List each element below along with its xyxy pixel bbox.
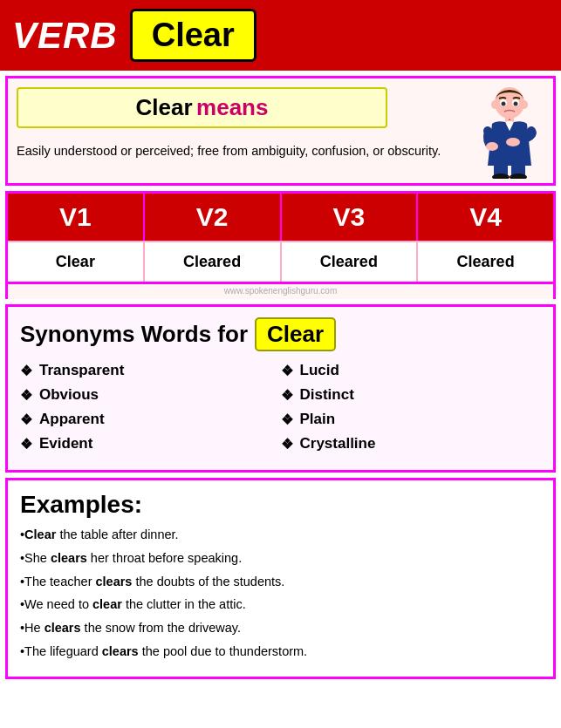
verb-label: VERB (12, 15, 118, 57)
v1-value: Clear (8, 241, 145, 282)
synonyms-grid: ❖ Transparent ❖ Obvious ❖ Apparent ❖ Evi… (20, 362, 541, 459)
synonym-label: Apparent (39, 411, 105, 428)
synonyms-col-left: ❖ Transparent ❖ Obvious ❖ Apparent ❖ Evi… (20, 362, 281, 459)
verb-forms-table: V1 V2 V3 V4 Clear Cleared Cleared Cleare… (5, 191, 556, 284)
svg-point-8 (506, 138, 520, 146)
synonym-label: Lucid (300, 362, 339, 379)
example-item-2: •The teacher clears the doubts of the st… (20, 573, 541, 592)
means-section: Clear means Easily understood or perceiv… (5, 76, 556, 186)
diamond-icon: ❖ (281, 436, 293, 452)
svg-point-5 (502, 102, 506, 106)
synonyms-title-text: Synonyms Words for (20, 321, 248, 348)
v2-header: V2 (145, 194, 282, 241)
synonym-label: Obvious (39, 386, 99, 404)
example-item-0: •Clear the table after dinner. (20, 526, 541, 545)
header: VERB Clear (0, 0, 561, 71)
example-item-3: •We need to clear the clutter in the att… (20, 595, 541, 615)
v4-value: Cleared (418, 241, 553, 282)
svg-point-2 (521, 100, 528, 109)
synonyms-title: Synonyms Words for Clear (20, 317, 541, 351)
synonym-item: ❖ Apparent (20, 411, 281, 428)
synonym-label: Transparent (39, 362, 124, 379)
synonym-item: ❖ Evident (20, 435, 281, 452)
synonyms-section: Synonyms Words for Clear ❖ Transparent ❖… (5, 304, 556, 473)
v1-header: V1 (8, 194, 145, 241)
watermark: www.spokenenglishguru.com (5, 284, 556, 299)
verb-table-row: Clear Cleared Cleared Cleared (8, 241, 553, 282)
v4-header: V4 (418, 194, 553, 241)
synonym-item: ❖ Plain (281, 411, 542, 428)
v3-header: V3 (282, 194, 419, 241)
examples-section: Examples: •Clear the table after dinner.… (5, 478, 556, 679)
synonym-label: Evident (39, 435, 92, 452)
v2-value: Cleared (145, 241, 282, 282)
svg-point-6 (514, 102, 518, 106)
synonym-item: ❖ Lucid (281, 362, 542, 379)
example-item-4: •He clears the snow from the driveway. (20, 619, 541, 638)
diamond-icon: ❖ (20, 387, 32, 404)
header-word: Clear (130, 9, 257, 62)
v3-value: Cleared (282, 241, 419, 282)
example-bold: clears (51, 551, 87, 565)
example-bold: clear (92, 597, 122, 611)
means-title-box: Clear means (17, 87, 387, 128)
verb-table-header: V1 V2 V3 V4 (8, 194, 553, 241)
synonym-label: Distinct (300, 386, 354, 404)
synonym-label: Crystalline (300, 435, 376, 452)
diamond-icon: ❖ (20, 363, 32, 379)
synonym-item: ❖ Obvious (20, 386, 281, 404)
synonyms-highlight: Clear (255, 317, 336, 351)
diamond-icon: ❖ (281, 363, 293, 379)
synonym-item: ❖ Crystalline (281, 435, 542, 452)
means-title-word: Clear (136, 94, 193, 120)
character-svg (475, 87, 544, 179)
character-illustration (475, 87, 544, 174)
diamond-icon: ❖ (20, 412, 32, 428)
example-item-1: •She clears her throat before speaking. (20, 549, 541, 568)
diamond-icon: ❖ (281, 387, 293, 404)
example-bold: Clear (24, 527, 56, 541)
svg-point-1 (491, 100, 498, 109)
example-item-5: •The lifeguard clears the pool due to th… (20, 643, 541, 662)
svg-point-9 (486, 142, 498, 151)
means-definition: Easily understood or perceived; free fro… (17, 142, 466, 161)
diamond-icon: ❖ (281, 412, 293, 428)
example-bold: clears (44, 621, 81, 635)
synonym-label: Plain (300, 411, 336, 428)
means-title-suffix: means (196, 94, 268, 120)
diamond-icon: ❖ (20, 436, 32, 452)
synonyms-col-right: ❖ Lucid ❖ Distinct ❖ Plain ❖ Crystalline (281, 362, 542, 459)
synonym-item: ❖ Transparent (20, 362, 281, 379)
example-bold: clears (102, 644, 139, 658)
means-content: Clear means Easily understood or perceiv… (17, 87, 466, 161)
examples-title: Examples: (20, 491, 541, 519)
synonym-item: ❖ Distinct (281, 386, 542, 404)
example-bold: clears (95, 575, 132, 589)
